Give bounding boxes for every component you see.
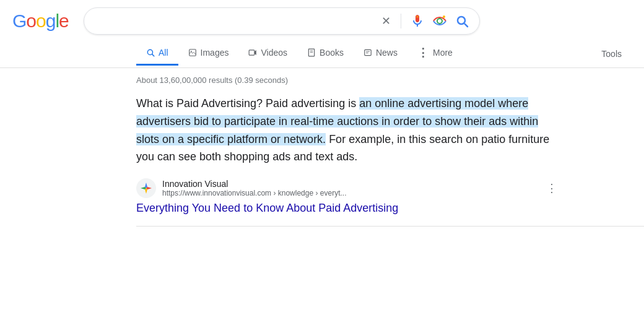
source-favicon [136,178,156,198]
tab-all[interactable]: All [136,41,178,66]
tab-all-label: All [159,48,168,58]
search-submit-icon[interactable] [455,14,469,28]
tools-tab[interactable]: Tools [591,43,632,65]
clear-icon[interactable]: ✕ [380,13,392,29]
logo-letter-e: e [59,11,69,32]
videos-icon [248,48,257,57]
header: Google what is paid advertising campaign… [0,0,644,40]
books-icon [307,48,316,57]
tab-more[interactable]: ⋮ More [407,40,463,67]
tab-images[interactable]: Images [178,41,239,66]
lens-icon[interactable] [432,14,447,28]
source-link[interactable]: Everything You Need to Know About Paid A… [136,202,398,214]
logo-letter-g: g [46,11,56,32]
svg-line-4 [152,54,154,56]
snippet-text: What is Paid Advertising? Paid advertisi… [136,95,557,166]
search-right-icons [410,14,469,28]
nav-tabs: All Images Videos Books News ⋮ [0,40,644,68]
source-result: Innovation Visual https://www.innovation… [136,178,557,216]
source-header: Innovation Visual https://www.innovation… [136,178,557,198]
more-dots-icon: ⋮ [417,46,429,59]
google-logo: Google [12,11,69,32]
logo-letter-o1: o [26,11,36,32]
svg-point-1 [437,19,442,24]
mic-icon[interactable] [410,14,425,28]
svg-point-2 [443,15,445,18]
results-divider [136,226,644,227]
tab-books-label: Books [320,48,344,58]
results-area: About 13,60,00,000 results (0.39 seconds… [0,68,644,227]
svg-rect-9 [308,49,314,56]
tab-news[interactable]: News [354,41,407,66]
news-icon [363,48,372,57]
svg-rect-12 [365,50,372,55]
source-favicon-svg [139,181,154,196]
tab-images-label: Images [201,48,229,58]
all-icon [146,48,155,57]
snippet-text-before: What is Paid Advertising? Paid advertisi… [136,97,359,110]
results-count: About 13,60,00,000 results (0.39 seconds… [136,76,644,85]
source-menu-icon[interactable]: ⋮ [546,181,557,195]
logo-letter-o2: o [36,11,46,32]
featured-snippet: What is Paid Advertising? Paid advertisi… [136,95,557,166]
images-icon [188,48,197,57]
svg-point-0 [416,15,419,18]
tab-news-label: News [376,48,398,58]
svg-rect-7 [250,50,255,55]
tab-videos-label: Videos [261,48,287,58]
tab-books[interactable]: Books [297,41,354,66]
search-bar[interactable]: what is paid advertising campaign ✕ [84,7,480,35]
source-info: Innovation Visual https://www.innovation… [162,179,540,197]
tab-videos[interactable]: Videos [238,41,297,66]
source-name: Innovation Visual [162,179,540,189]
search-input[interactable]: what is paid advertising campaign [94,15,374,27]
search-divider [401,14,401,28]
source-url: https://www.innovationvisual.com › knowl… [162,189,540,197]
tab-more-label: More [433,48,453,58]
logo-letter-G: G [12,11,26,32]
